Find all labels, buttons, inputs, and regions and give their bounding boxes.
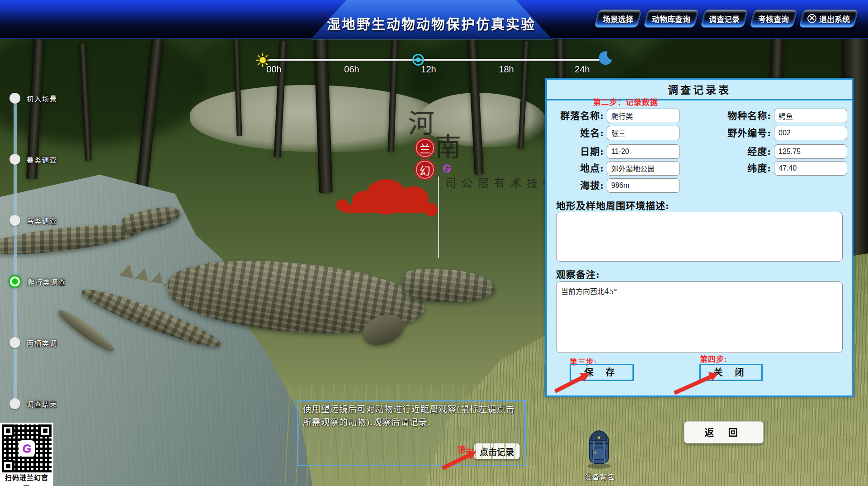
progress-dot [9, 337, 20, 348]
qr-code-block[interactable]: G 扫码进兰幻官网 [0, 423, 53, 486]
observation-notes-label: 观察备注: [556, 267, 600, 281]
nav-scene-select-button[interactable]: 场景选择 [594, 10, 642, 28]
progress-dot [9, 398, 20, 409]
terrain-description-textarea[interactable] [556, 212, 843, 262]
timeline-tick: 00h [259, 64, 288, 75]
qr-finder-icon [39, 424, 52, 437]
longitude-input[interactable] [774, 144, 847, 159]
observation-notes-textarea[interactable]: 当前方向西北45° [556, 281, 843, 353]
title-plate: 湿地野生动物动物保护仿真实验 [310, 0, 552, 39]
seal-stamp: 幻 [415, 159, 435, 180]
qr-pattern: G [2, 424, 52, 472]
progress-dot [9, 215, 20, 226]
nav-exit-button[interactable]: ✕ 退出系统 [799, 10, 859, 28]
community-name-label: 群落名称: [547, 109, 604, 123]
watermark-char: 河 [408, 102, 434, 140]
name-label: 姓名: [547, 126, 604, 140]
name-input[interactable] [607, 126, 680, 140]
app-title: 湿地野生动物动物保护仿真实验 [327, 6, 536, 33]
top-nav: 场景选择 动物库查询 调查记录 考核查询 ✕ 退出系统 [596, 10, 856, 28]
exit-x-icon: ✕ [807, 14, 816, 23]
date-input[interactable] [607, 144, 680, 159]
instruction-box: 使用望远镜后可对动物进行近距离观察(鼠标左键点击所需观察的动物).观察后请记录.… [297, 400, 526, 466]
red-cloud-ornament [342, 179, 439, 224]
altitude-input[interactable] [607, 178, 680, 193]
altitude-label: 海拔: [547, 178, 604, 193]
date-label: 日期: [547, 144, 604, 159]
instruction-text: 使用望远镜后可对动物进行近距离观察(鼠标左键点击所需观察的动物).观察后请记录. [298, 401, 524, 431]
nav-survey-record-button[interactable]: 调查记录 [700, 10, 748, 28]
progress-step-mammal-survey[interactable]: 兽类调查 [9, 153, 57, 165]
longitude-label: 经度: [701, 144, 771, 159]
location-label: 地点: [547, 161, 604, 176]
progress-dot [9, 93, 20, 104]
equipment-backpack-icon[interactable] [584, 425, 614, 472]
timeline-tick: 06h [337, 64, 366, 75]
field-number-label: 野外编号: [701, 126, 771, 140]
species-name-label: 物种名称: [701, 109, 771, 123]
top-header-bar: 湿地野生动物动物保护仿真实验 场景选择 动物库查询 调查记录 考核查询 ✕ 退出… [0, 0, 868, 39]
step4-label: 第四步: [700, 353, 727, 364]
qr-finder-icon [2, 460, 14, 472]
moon-icon [598, 51, 613, 68]
day-night-timeline: 00h 06h 12h 18h 24h [256, 47, 613, 76]
field-number-input[interactable] [774, 126, 847, 140]
seal-stamp: 兰 [415, 138, 435, 158]
community-name-input[interactable] [607, 109, 680, 123]
backpack-label: 设备背包 [580, 472, 620, 481]
progress-step-bird-survey[interactable]: 鸟类调查 [9, 214, 57, 226]
survey-record-form-panel: 调查记录表 第二步：记录数据 群落名称: 姓名: 日期: 地点: 海拔: 物种名… [545, 78, 854, 397]
watermark-char: 南 [435, 126, 461, 164]
progress-line [14, 98, 17, 404]
nav-assessment-button[interactable]: 考核查询 [750, 10, 797, 28]
progress-step-enter-scene[interactable]: 初入场景 [9, 92, 57, 104]
progress-step-survey-end[interactable]: 调查结束 [9, 398, 57, 410]
return-button[interactable]: 返 回 [684, 421, 764, 443]
species-name-input[interactable] [774, 109, 847, 123]
lanhuan-logo: G [442, 162, 451, 175]
progress-dot-active [9, 275, 21, 288]
progress-step-reptile-survey-active[interactable]: 爬行类调查 [9, 276, 66, 287]
app-stage: 河 南 兰 幻 G 软件技术有限公司 湿地野生动物动物保护仿真实验 场景选择 动… [0, 0, 868, 486]
qr-center-logo: G [19, 440, 35, 457]
nav-animal-db-button[interactable]: 动物库查询 [643, 10, 699, 28]
crocodile-large[interactable] [50, 244, 502, 357]
location-input[interactable] [607, 161, 680, 176]
progress-step-amphibian-survey[interactable]: 两栖类调 [9, 337, 57, 348]
timeline-tick: 12h [414, 64, 443, 75]
progress-dot [9, 154, 20, 165]
qr-finder-icon [2, 424, 14, 437]
timeline-track[interactable] [269, 59, 600, 61]
latitude-label: 纬度: [701, 161, 771, 176]
click-record-button[interactable]: 点击记录 [474, 443, 520, 459]
terrain-description-label: 地形及样地周围环境描述: [556, 198, 670, 212]
timeline-tick: 24h [568, 64, 597, 75]
latitude-input[interactable] [774, 161, 847, 176]
timeline-tick: 18h [492, 64, 521, 75]
qr-caption: 扫码进兰幻官网 [2, 472, 52, 483]
step2-label: 第二步：记录数据 [593, 96, 658, 107]
